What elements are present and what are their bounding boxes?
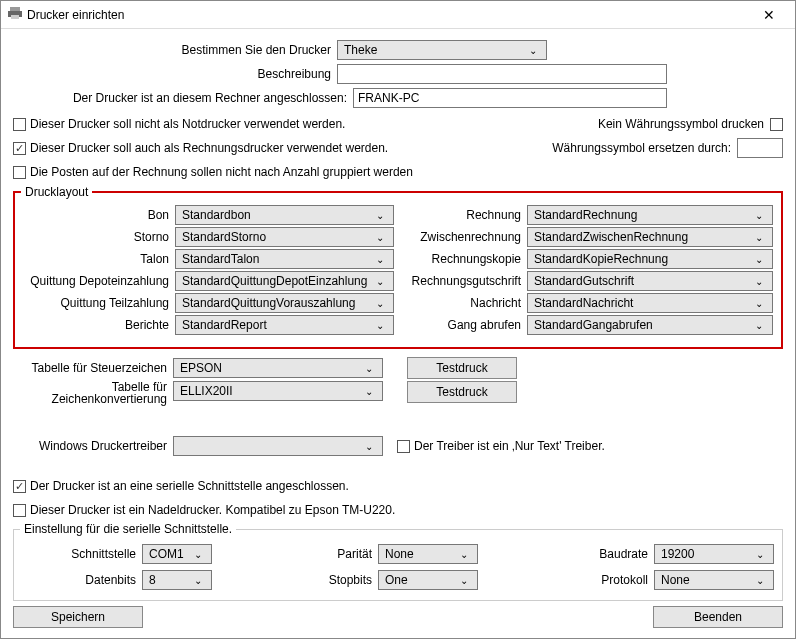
chevron-down-icon: ⌄ (371, 254, 389, 265)
description-input[interactable] (337, 64, 667, 84)
testdruck-button-2[interactable]: Testdruck (407, 381, 517, 403)
chevron-down-icon: ⌄ (360, 363, 378, 374)
host-label: Der Drucker ist an diesem Rechner angesc… (13, 91, 353, 105)
no-currency-symbol-label: Kein Währungssymbol drucken (598, 117, 764, 131)
printer-icon (7, 5, 23, 24)
chevron-down-icon: ⌄ (750, 298, 768, 309)
no-currency-symbol-checkbox[interactable] (770, 118, 783, 131)
tax-table-label: Tabelle für Steuerzeichen (13, 361, 173, 375)
dialog-window: Drucker einrichten ✕ Bestimmen Sie den D… (0, 0, 796, 639)
chevron-down-icon: ⌄ (360, 441, 378, 452)
not-emergency-label: Dieser Drucker soll nicht als Notdrucker… (30, 117, 345, 131)
stop-select[interactable]: One⌄ (378, 570, 478, 590)
bits-label: Datenbits (22, 573, 142, 587)
layout-left-select-3[interactable]: StandardQuittungDepotEinzahlung⌄ (175, 271, 394, 291)
layout-right-label-5: Gang abrufen (402, 318, 527, 332)
chevron-down-icon: ⌄ (371, 298, 389, 309)
proto-select[interactable]: None⌄ (654, 570, 774, 590)
host-input[interactable] (353, 88, 667, 108)
chevron-down-icon: ⌄ (750, 210, 768, 221)
chevron-down-icon: ⌄ (751, 549, 769, 560)
proto-label: Protokoll (574, 573, 654, 587)
layout-left-label-0: Bon (23, 208, 175, 222)
layout-right-select-2[interactable]: StandardKopieRechnung⌄ (527, 249, 773, 269)
chevron-down-icon: ⌄ (360, 386, 378, 397)
layout-left-label-2: Talon (23, 252, 175, 266)
close-dialog-button[interactable]: Beenden (653, 606, 783, 628)
port-select[interactable]: COM1⌄ (142, 544, 212, 564)
bits-select[interactable]: 8⌄ (142, 570, 212, 590)
layout-right-label-4: Nachricht (402, 296, 527, 310)
choose-printer-label: Bestimmen Sie den Drucker (13, 43, 337, 57)
driver-label: Windows Druckertreiber (13, 439, 173, 453)
layout-left-label-3: Quittung Depoteinzahlung (23, 274, 175, 288)
layout-left-label-4: Quittung Teilzahlung (23, 296, 175, 310)
text-only-label: Der Treiber ist ein ‚Nur Text' Treiber. (414, 439, 605, 453)
chevron-down-icon: ⌄ (189, 549, 207, 560)
chevron-down-icon: ⌄ (371, 232, 389, 243)
parity-select[interactable]: None⌄ (378, 544, 478, 564)
serial-fieldset: Einstellung für die serielle Schnittstel… (13, 529, 783, 601)
tax-table-select[interactable]: EPSON ⌄ (173, 358, 383, 378)
chevron-down-icon: ⌄ (750, 232, 768, 243)
serial-label: Der Drucker ist an eine serielle Schnitt… (30, 479, 349, 493)
needle-checkbox[interactable] (13, 504, 26, 517)
titlebar: Drucker einrichten ✕ (1, 1, 795, 29)
conv-table-label: Tabelle für Zeichenkonvertierung (13, 381, 173, 405)
layout-left-select-0[interactable]: Standardbon⌄ (175, 205, 394, 225)
serial-legend: Einstellung für die serielle Schnittstel… (20, 522, 236, 536)
layout-left-label-5: Berichte (23, 318, 175, 332)
driver-select[interactable]: ⌄ (173, 436, 383, 456)
stop-label: Stopbits (308, 573, 378, 587)
chevron-down-icon: ⌄ (455, 549, 473, 560)
layout-left-select-2[interactable]: StandardTalon⌄ (175, 249, 394, 269)
serial-checkbox[interactable] (13, 480, 26, 493)
no-group-label: Die Posten auf der Rechnung sollen nicht… (30, 165, 413, 179)
baud-label: Baudrate (574, 547, 654, 561)
chevron-down-icon: ⌄ (751, 575, 769, 586)
svg-rect-2 (11, 15, 19, 19)
port-label: Schnittstelle (22, 547, 142, 561)
no-group-checkbox[interactable] (13, 166, 26, 179)
layout-right-select-0[interactable]: StandardRechnung⌄ (527, 205, 773, 225)
layout-right-label-3: Rechnungsgutschrift (402, 274, 527, 288)
parity-label: Parität (308, 547, 378, 561)
also-invoice-label: Dieser Drucker soll auch als Rechnungsdr… (30, 141, 388, 155)
choose-printer-select[interactable]: Theke ⌄ (337, 40, 547, 60)
layout-right-label-0: Rechnung (402, 208, 527, 222)
testdruck-button-1[interactable]: Testdruck (407, 357, 517, 379)
chevron-down-icon: ⌄ (371, 210, 389, 221)
layout-right-label-1: Zwischenrechnung (402, 230, 527, 244)
layout-right-select-5[interactable]: StandardGangabrufen⌄ (527, 315, 773, 335)
layout-left-select-5[interactable]: StandardReport⌄ (175, 315, 394, 335)
currency-replace-input[interactable] (737, 138, 783, 158)
layout-left-select-1[interactable]: StandardStorno⌄ (175, 227, 394, 247)
layout-right-select-4[interactable]: StandardNachricht⌄ (527, 293, 773, 313)
svg-rect-0 (10, 7, 20, 11)
conv-table-select[interactable]: ELLIX20II ⌄ (173, 381, 383, 401)
chevron-down-icon: ⌄ (750, 276, 768, 287)
baud-select[interactable]: 19200⌄ (654, 544, 774, 564)
layout-right-label-2: Rechnungskopie (402, 252, 527, 266)
layout-right-select-1[interactable]: StandardZwischenRechnung⌄ (527, 227, 773, 247)
layout-left-label-1: Storno (23, 230, 175, 244)
text-only-checkbox[interactable] (397, 440, 410, 453)
window-title: Drucker einrichten (27, 8, 749, 22)
not-emergency-checkbox[interactable] (13, 118, 26, 131)
chevron-down-icon: ⌄ (750, 320, 768, 331)
description-label: Beschreibung (13, 67, 337, 81)
save-button[interactable]: Speichern (13, 606, 143, 628)
also-invoice-checkbox[interactable] (13, 142, 26, 155)
chevron-down-icon: ⌄ (455, 575, 473, 586)
chevron-down-icon: ⌄ (371, 276, 389, 287)
chevron-down-icon: ⌄ (371, 320, 389, 331)
chevron-down-icon: ⌄ (524, 45, 542, 56)
chevron-down-icon: ⌄ (750, 254, 768, 265)
close-button[interactable]: ✕ (749, 7, 789, 23)
layout-legend: Drucklayout (21, 185, 92, 199)
chevron-down-icon: ⌄ (189, 575, 207, 586)
layout-left-select-4[interactable]: StandardQuittungVorauszahlung⌄ (175, 293, 394, 313)
layout-fieldset: Drucklayout BonStandardbon⌄StornoStandar… (13, 191, 783, 349)
layout-right-select-3[interactable]: StandardGutschrift⌄ (527, 271, 773, 291)
currency-replace-label: Währungssymbol ersetzen durch: (552, 141, 731, 155)
